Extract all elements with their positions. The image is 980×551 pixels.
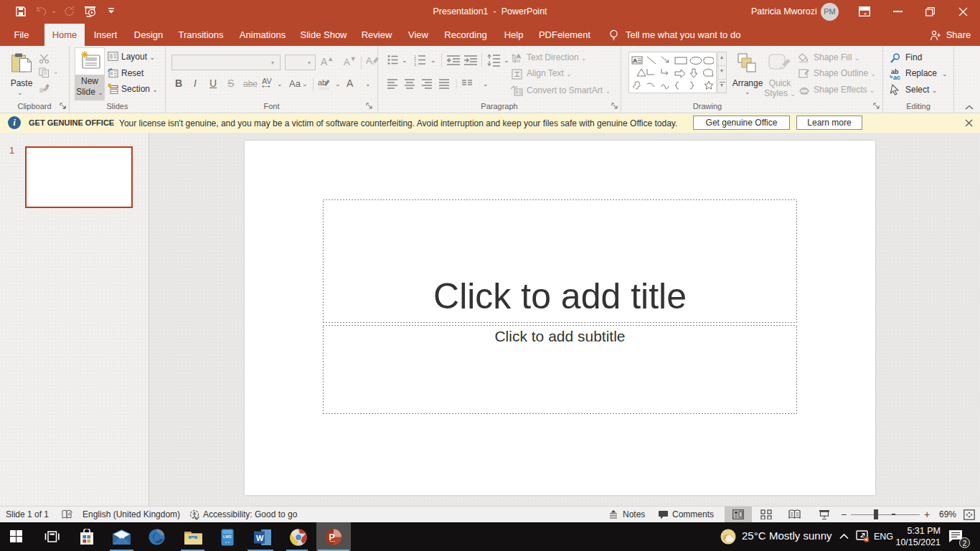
svg-text:P: P [329, 532, 335, 542]
svg-text:A: A [366, 55, 372, 66]
svg-text:ab: ab [318, 78, 326, 87]
svg-text:LMS: LMS [223, 534, 232, 539]
svg-text:A: A [517, 53, 521, 60]
svg-text:ac: ac [893, 74, 900, 80]
svg-text:A: A [633, 57, 638, 64]
svg-text:W: W [256, 534, 264, 542]
svg-text:3: 3 [414, 62, 416, 67]
